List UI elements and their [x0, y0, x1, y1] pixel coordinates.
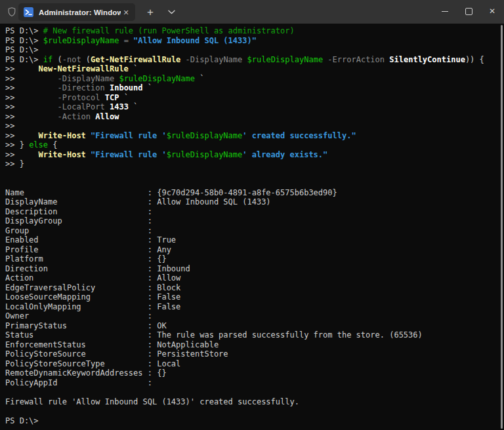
- terminal-window: Administrator: Windows Pow ✕ + ✕ PS D:\>…: [0, 0, 504, 430]
- terminal-line: PS D:\>: [5, 45, 499, 55]
- terminal-output[interactable]: PS D:\> # New firewall rule (run PowerSh…: [0, 24, 504, 430]
- terminal-line: EdgeTraversalPolicy : Block: [5, 283, 499, 293]
- terminal-line: >> -Direction Inbound `: [5, 83, 499, 93]
- terminal-line: [5, 406, 499, 416]
- scrollbar-thumb[interactable]: [501, 25, 503, 429]
- powershell-icon: [24, 7, 33, 17]
- terminal-line: PolicyStoreSourceType : Local: [5, 359, 499, 369]
- terminal-line: Description :: [5, 207, 499, 217]
- terminal-line: Platform : {}: [5, 254, 499, 264]
- terminal-line: Owner :: [5, 311, 499, 321]
- terminal-line: [5, 387, 499, 397]
- admin-shield-icon: [6, 6, 18, 18]
- tab-close-icon[interactable]: ✕: [121, 7, 131, 18]
- terminal-line: >> Write-Host "Firewall rule '$ruleDispl…: [5, 150, 499, 160]
- title-bar: Administrator: Windows Pow ✕ + ✕: [0, 0, 504, 24]
- terminal-line: Group :: [5, 226, 499, 236]
- terminal-line: >> } else {: [5, 140, 499, 150]
- terminal-line: >> -Action Allow: [5, 112, 499, 122]
- maximize-icon: [465, 8, 472, 15]
- tab-dropdown-chevron-icon[interactable]: [161, 3, 181, 21]
- terminal-line: PrimaryStatus : OK: [5, 321, 499, 331]
- terminal-line: Status : The rule was parsed successfull…: [5, 330, 499, 340]
- terminal-line: Enabled : True: [5, 235, 499, 245]
- terminal-line: RemoteDynamicKeywordAddresses : {}: [5, 368, 499, 378]
- terminal-line: Profile : Any: [5, 245, 499, 255]
- terminal-line: DisplayName : Allow Inbound SQL (1433): [5, 197, 499, 207]
- terminal-line: PS D:\> # New firewall rule (run PowerSh…: [5, 26, 499, 36]
- close-icon: ✕: [489, 7, 495, 16]
- terminal-line: >> -Protocol TCP `: [5, 93, 499, 103]
- terminal-line: Action : Allow: [5, 273, 499, 283]
- minimize-icon: [442, 11, 448, 12]
- terminal-line: [5, 178, 499, 188]
- terminal-line: >> -DisplayName $ruleDisplayName `: [5, 74, 499, 84]
- terminal-line: DisplayGroup :: [5, 216, 499, 226]
- terminal-line: Firewall rule 'Allow Inbound SQL (1433)'…: [5, 397, 499, 407]
- scrollbar[interactable]: [500, 25, 504, 429]
- tab-administrator-powershell[interactable]: Administrator: Windows Pow ✕: [18, 3, 135, 21]
- terminal-line: PS D:\> $ruleDisplayName = "Allow Inboun…: [5, 36, 499, 46]
- terminal-line: Name : {9c70d294-58b0-4891-a8fe-6575b6b3…: [5, 188, 499, 198]
- terminal-line: >> Write-Host "Firewall rule '$ruleDispl…: [5, 131, 499, 141]
- terminal-line: >> New-NetFirewallRule `: [5, 64, 499, 74]
- close-button[interactable]: ✕: [480, 0, 504, 22]
- terminal-line: >> -LocalPort 1433 `: [5, 102, 499, 112]
- terminal-line: PolicyStoreSource : PersistentStore: [5, 349, 499, 359]
- tab-title: Administrator: Windows Pow: [39, 9, 121, 16]
- terminal-line: >>: [5, 121, 499, 131]
- terminal-line: [5, 169, 499, 179]
- terminal-line: PS D:\>: [5, 416, 499, 426]
- terminal-line: LooseSourceMapping : False: [5, 292, 499, 302]
- new-tab-button[interactable]: +: [139, 3, 161, 21]
- terminal-line: PS D:\> if (-not (Get-NetFirewallRule -D…: [5, 55, 499, 65]
- maximize-button[interactable]: [457, 0, 480, 22]
- terminal-line: LocalOnlyMapping : False: [5, 302, 499, 312]
- terminal-line: PolicyAppId :: [5, 378, 499, 388]
- terminal-line: EnforcementStatus : NotApplicable: [5, 340, 499, 350]
- minimize-button[interactable]: [433, 0, 457, 22]
- terminal-line: Direction : Inbound: [5, 264, 499, 274]
- terminal-line: >> }: [5, 159, 499, 169]
